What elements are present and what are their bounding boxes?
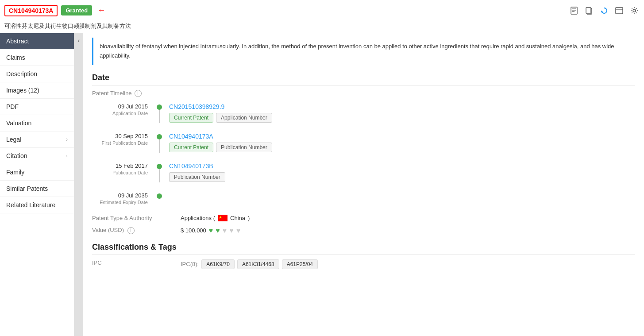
top-bar: CN104940173A Granted ← (0, 0, 644, 21)
chevron-right-icon: › (66, 136, 68, 143)
chevron-left-icon: ‹ (77, 37, 80, 44)
copy-toolbar-icon[interactable] (584, 5, 594, 16)
timeline-row: 09 Jul 2015 Application Date CN201510398… (92, 103, 635, 123)
timeline-line-2 (159, 139, 160, 153)
value-row: Value (USD) i $ 100,000 ♥ ♥ ♥ ♥ ♥ (92, 227, 635, 235)
value-amount: $ 100,000 ♥ ♥ ♥ ♥ ♥ (181, 227, 240, 235)
timeline-container: 09 Jul 2015 Application Date CN201510398… (92, 103, 635, 205)
arrow-icon: ← (97, 6, 105, 15)
patent-type-label: Patent Type & Authority (92, 215, 181, 221)
value-label: Value (USD) i (92, 227, 181, 234)
timeline-label-2: First Publication Date (92, 140, 148, 146)
timeline-label-4: Estimated Expiry Date (92, 200, 148, 205)
timeline-dot-4 (157, 193, 162, 199)
timeline-line-3 (159, 169, 160, 182)
heart-filled-1: ♥ (209, 227, 213, 235)
sidebar-item-description[interactable]: Description (0, 66, 74, 82)
timeline-label-3: Publication Date (92, 170, 148, 175)
china-flag-icon: ★ (218, 215, 228, 221)
badge-publication-number-2: Publication Number (216, 143, 272, 152)
timeline-date-4: 09 Jul 2035 (92, 192, 148, 199)
ipc-tag-3[interactable]: A61P25/04 (282, 259, 318, 269)
sidebar-item-family[interactable]: Family (0, 164, 74, 181)
heart-empty-3: ♥ (236, 227, 241, 235)
main-layout: Abstract Claims Description Images (12) … (0, 33, 644, 336)
heart-filled-2: ♥ (216, 227, 220, 235)
settings-toolbar-icon[interactable] (629, 5, 640, 16)
timeline-line-1 (159, 110, 160, 123)
timeline-patent-link-1[interactable]: CN201510398929.9 (169, 103, 224, 110)
timeline-patent-link-3[interactable]: CN104940173B (169, 162, 213, 170)
sidebar-item-related-literature[interactable]: Related Literature (0, 197, 74, 213)
sidebar-item-valuation[interactable]: Valuation (0, 115, 74, 131)
badge-current-patent-1: Current Patent (169, 113, 213, 123)
chevron-right-icon: › (66, 153, 68, 159)
svg-rect-6 (616, 8, 623, 14)
ipc-tag-2[interactable]: A61K31/4468 (237, 259, 279, 269)
sidebar-item-pdf[interactable]: PDF (0, 99, 74, 115)
timeline-patent-link-2[interactable]: CN104940173A (169, 133, 213, 140)
ipc-row: IPC IPC(8): A61K9/70 A61K31/4468 A61P25/… (92, 259, 635, 269)
refresh-toolbar-icon[interactable] (599, 5, 609, 16)
sidebar: Abstract Claims Description Images (12) … (0, 33, 74, 336)
timeline-date-2: 30 Sep 2015 (92, 133, 148, 139)
patent-title: 可溶性芬太尼及其衍生物口颊膜制剂及其制备方法 (0, 21, 644, 33)
window-toolbar-icon[interactable] (614, 5, 625, 16)
sidebar-item-claims[interactable]: Claims (0, 50, 74, 66)
sidebar-item-abstract[interactable]: Abstract (0, 33, 74, 50)
timeline-label-1: Application Date (92, 111, 148, 116)
badge-publication-number-3: Publication Number (169, 172, 225, 182)
top-bar-right (569, 5, 640, 16)
patent-type-value: Applications ( ★ China ) (181, 215, 250, 221)
badge-current-patent-2: Current Patent (169, 143, 213, 152)
timeline-row: 09 Jul 2035 Estimated Expiry Date (92, 192, 635, 205)
timeline-dot-2 (157, 134, 162, 139)
sidebar-item-legal[interactable]: Legal › (0, 131, 74, 148)
timeline-info-icon[interactable]: i (135, 90, 142, 97)
timeline-header: Patent Timeline i (92, 90, 635, 97)
patent-type-row: Patent Type & Authority Applications ( ★… (92, 215, 635, 221)
sidebar-item-citation[interactable]: Citation › (0, 148, 74, 164)
timeline-dot-3 (157, 164, 162, 169)
abstract-text: bioavailability of fentanyl when injecte… (92, 38, 635, 65)
svg-rect-0 (571, 7, 577, 14)
timeline-row: 30 Sep 2015 First Publication Date CN104… (92, 133, 635, 153)
date-section-title: Date (92, 73, 635, 85)
pdf-toolbar-icon[interactable] (569, 5, 579, 16)
patent-id-badge[interactable]: CN104940173A (4, 5, 58, 16)
heart-empty-1: ♥ (223, 227, 227, 235)
timeline-row: 15 Feb 2017 Publication Date CN104940173… (92, 162, 635, 182)
timeline-dot-1 (157, 104, 162, 110)
sidebar-item-similar-patents[interactable]: Similar Patents (0, 181, 74, 197)
svg-point-8 (633, 9, 636, 12)
svg-rect-5 (586, 8, 591, 13)
heart-empty-2: ♥ (229, 227, 234, 235)
sidebar-collapse-button[interactable]: ‹ (74, 33, 83, 336)
ipc-tag-1[interactable]: A61K9/70 (201, 259, 235, 269)
timeline-date-1: 09 Jul 2015 (92, 103, 148, 110)
main-content: bioavailability of fentanyl when injecte… (83, 33, 644, 336)
badge-application-number-1: Application Number (216, 113, 272, 123)
ipc-value: IPC(8): A61K9/70 A61K31/4468 A61P25/04 (181, 259, 318, 269)
classifications-section-title: Classifications & Tags (92, 243, 635, 255)
ipc-label: IPC (92, 259, 181, 266)
value-info-icon[interactable]: i (127, 227, 135, 234)
granted-badge: Granted (61, 5, 92, 15)
sidebar-item-images[interactable]: Images (12) (0, 82, 74, 99)
timeline-date-3: 15 Feb 2017 (92, 162, 148, 169)
